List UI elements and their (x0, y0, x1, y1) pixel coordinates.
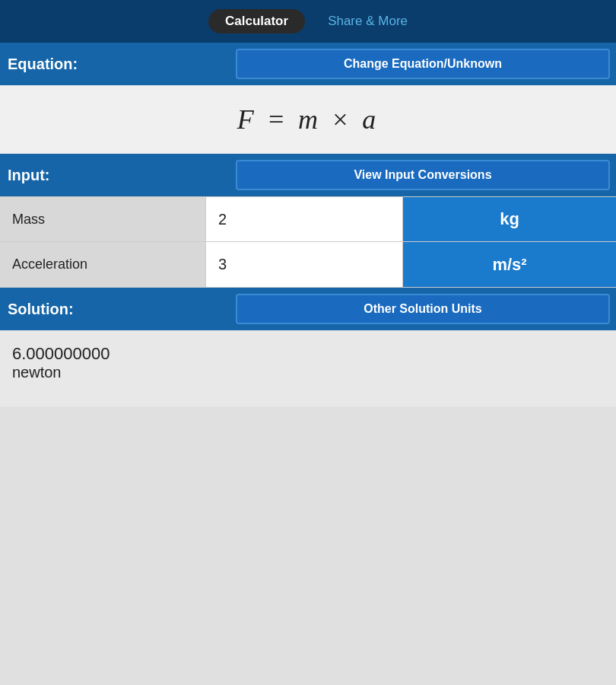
mass-label: Mass (0, 197, 205, 241)
input-header-row: Input: View Input Conversions (0, 154, 616, 196)
solution-header-row: Solution: Other Solution Units (0, 288, 616, 330)
table-row: Mass 2 kg (0, 196, 616, 242)
input-table: Mass 2 kg Acceleration 3 m/s² (0, 196, 616, 288)
other-solution-units-button[interactable]: Other Solution Units (236, 294, 610, 324)
formula-display: F = m × a (237, 104, 379, 135)
mass-unit-button[interactable]: kg (403, 197, 616, 241)
solution-area: 6.000000000 newton (0, 330, 616, 406)
change-equation-button[interactable]: Change Equation/Unknown (236, 49, 610, 79)
bottom-area (0, 406, 616, 685)
solution-value: 6.000000000 (12, 344, 604, 364)
solution-unit: newton (12, 364, 604, 381)
equation-row: Equation: Change Equation/Unknown (0, 43, 616, 85)
mass-value[interactable]: 2 (205, 197, 403, 241)
equation-label: Equation: (0, 56, 236, 73)
table-row: Acceleration 3 m/s² (0, 242, 616, 288)
acceleration-unit-button[interactable]: m/s² (403, 242, 616, 287)
formula-area: F = m × a (0, 85, 616, 154)
solution-label: Solution: (0, 301, 236, 318)
header: Calculator Share & More (0, 0, 616, 43)
input-label: Input: (0, 167, 236, 184)
tab-calculator[interactable]: Calculator (208, 9, 305, 33)
acceleration-label: Acceleration (0, 242, 205, 287)
acceleration-value[interactable]: 3 (205, 242, 403, 287)
view-input-conversions-button[interactable]: View Input Conversions (236, 160, 610, 190)
tab-share[interactable]: Share & More (328, 14, 408, 29)
